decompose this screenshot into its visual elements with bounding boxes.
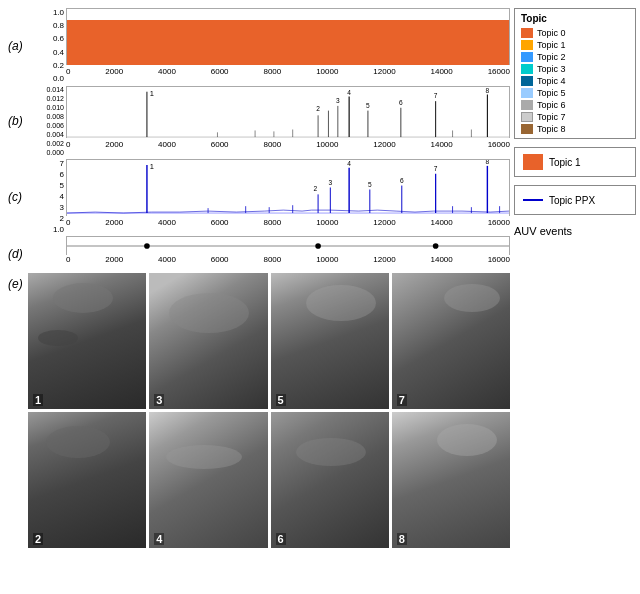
image-1-overlay — [28, 273, 146, 409]
topic-legend-box: Topic Topic 0 Topic 1 Topic 2 Topic 3 To… — [514, 8, 636, 139]
chart-c-y-axis: 7 6 5 4 3 2 1.0 — [28, 159, 66, 234]
chart-c-row: (c) 7 6 5 4 3 2 1.0 1 — [8, 159, 510, 234]
legend-label-5: Topic 5 — [537, 88, 566, 98]
svg-point-54 — [296, 438, 366, 466]
legend-label-7: Topic 7 — [537, 112, 566, 122]
image-2-bg — [28, 412, 146, 548]
main-content: (a) 1.0 0.8 0.6 0.4 0.2 0.0 0 2000 4000 … — [0, 0, 510, 594]
topic1-color-swatch — [523, 154, 543, 170]
svg-point-53 — [166, 445, 242, 469]
image-4-bg — [149, 412, 267, 548]
chart-d-xticks: 0 2000 4000 6000 8000 10000 12000 14000 … — [66, 253, 510, 264]
auv-events-label: AUV events — [514, 225, 636, 237]
auv-dot-2 — [315, 243, 321, 249]
chart-a-xticks: 0 2000 4000 6000 8000 10000 12000 14000 … — [66, 65, 510, 76]
chart-c-xticks: 0 2000 4000 6000 8000 10000 12000 14000 … — [66, 216, 510, 227]
legend-label-3: Topic 3 — [537, 64, 566, 74]
image-3-bg — [149, 273, 267, 409]
svg-point-48 — [38, 330, 78, 346]
image-3-number: 3 — [154, 394, 164, 406]
svg-text:1: 1 — [150, 89, 154, 98]
chart-b-y-axis: 0.014 0.012 0.010 0.008 0.006 0.004 0.00… — [28, 86, 66, 156]
topic1-label: Topic 1 — [549, 157, 581, 168]
auv-dot-1 — [144, 243, 150, 249]
svg-point-55 — [437, 424, 497, 456]
legend-color-6 — [521, 100, 533, 110]
legend-label-4: Topic 4 — [537, 76, 566, 86]
legend-label-0: Topic 0 — [537, 28, 566, 38]
legend-item-0: Topic 0 — [521, 28, 629, 38]
image-cell-3: 3 — [149, 273, 267, 409]
chart-c-label: (c) — [8, 190, 28, 204]
svg-text:5: 5 — [368, 180, 372, 187]
image-cell-1: 1 — [28, 273, 146, 409]
legend-label-6: Topic 6 — [537, 100, 566, 110]
chart-c-container: 7 6 5 4 3 2 1.0 1 2 — [28, 159, 510, 234]
legend-color-4 — [521, 76, 533, 86]
chart-c-area: 1 2 3 4 5 6 7 — [66, 159, 510, 216]
chart-e-label: (e) — [8, 277, 28, 291]
svg-point-51 — [444, 284, 500, 312]
image-cell-5: 5 — [271, 273, 389, 409]
topic1-legend-box: Topic 1 — [514, 147, 636, 177]
legend-color-0 — [521, 28, 533, 38]
legend-item-5: Topic 5 — [521, 88, 629, 98]
svg-text:5: 5 — [366, 102, 370, 109]
svg-text:8: 8 — [485, 160, 489, 165]
legend-panel: Topic Topic 0 Topic 1 Topic 2 Topic 3 To… — [510, 0, 640, 594]
chart-a-xaxis: 0 2000 4000 6000 8000 10000 12000 14000 … — [66, 65, 510, 83]
legend-item-1: Topic 1 — [521, 40, 629, 50]
image-2-number: 2 — [33, 533, 43, 545]
topicppx-label: Topic PPX — [549, 195, 595, 206]
chart-a-label: (a) — [8, 39, 28, 53]
chart-b-row: (b) 0.014 0.012 0.010 0.008 0.006 0.004 … — [8, 85, 510, 157]
image-5-overlay — [271, 273, 389, 409]
svg-text:7: 7 — [434, 165, 438, 172]
svg-text:6: 6 — [400, 176, 404, 183]
image-8-overlay — [392, 412, 510, 548]
image-4-overlay — [149, 412, 267, 548]
image-1-bg — [28, 273, 146, 409]
image-6-bg — [271, 412, 389, 548]
legend-item-6: Topic 6 — [521, 100, 629, 110]
chart-a-area — [66, 8, 510, 65]
legend-color-8 — [521, 124, 533, 134]
svg-text:3: 3 — [328, 178, 332, 185]
image-cell-2: 2 — [28, 412, 146, 548]
svg-text:4: 4 — [347, 89, 351, 96]
legend-item-3: Topic 3 — [521, 64, 629, 74]
chart-a-bar — [67, 20, 509, 65]
image-5-number: 5 — [276, 394, 286, 406]
chart-d-row: (d) 0 2000 4000 6000 8000 10000 — [8, 236, 510, 271]
image-7-number: 7 — [397, 394, 407, 406]
legend-color-7 — [521, 112, 533, 122]
svg-point-47 — [53, 283, 113, 313]
topicppx-legend-box: Topic PPX — [514, 185, 636, 215]
image-cell-4: 4 — [149, 412, 267, 548]
image-cell-7: 7 — [392, 273, 510, 409]
chart-c-xaxis: 0 2000 4000 6000 8000 10000 12000 14000 … — [66, 216, 510, 234]
chart-e-row: (e) 1 — [8, 273, 510, 548]
legend-label-1: Topic 1 — [537, 40, 566, 50]
image-7-overlay — [392, 273, 510, 409]
svg-text:6: 6 — [399, 99, 403, 106]
legend-color-5 — [521, 88, 533, 98]
chart-c-svg: 1 2 3 4 5 6 7 — [67, 160, 509, 216]
chart-b-area: 1 2 3 4 5 6 7 — [66, 86, 510, 138]
svg-text:8: 8 — [485, 87, 489, 94]
image-grid: 1 3 5 — [28, 273, 510, 548]
svg-text:1: 1 — [150, 162, 154, 171]
chart-d-label: (d) — [8, 247, 28, 261]
chart-b-label: (b) — [8, 114, 28, 128]
chart-b-svg: 1 2 3 4 5 6 7 — [67, 87, 509, 138]
chart-e-container: 1 3 5 — [28, 273, 510, 548]
image-3-overlay — [149, 273, 267, 409]
chart-a-container: 1.0 0.8 0.6 0.4 0.2 0.0 0 2000 4000 6000… — [28, 8, 510, 83]
chart-d-xaxis: 0 2000 4000 6000 8000 10000 12000 14000 … — [66, 253, 510, 271]
chart-b-xaxis: 0 2000 4000 6000 8000 10000 12000 14000 … — [66, 138, 510, 156]
legend-item-2: Topic 2 — [521, 52, 629, 62]
image-2-overlay — [28, 412, 146, 548]
svg-point-49 — [169, 293, 249, 333]
svg-point-52 — [46, 426, 110, 458]
svg-text:4: 4 — [347, 160, 351, 167]
